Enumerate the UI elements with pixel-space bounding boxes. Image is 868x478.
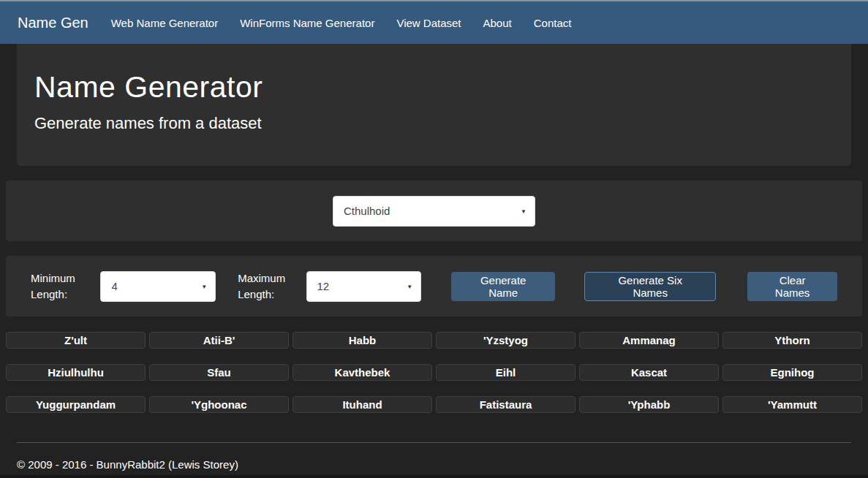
brand-link[interactable]: Name Gen: [18, 15, 88, 31]
dataset-panel: Cthulhoid ▼: [6, 181, 862, 241]
generated-name: Habb: [293, 332, 432, 349]
generated-name: Egnihog: [722, 364, 862, 381]
page-title: Name Generator: [34, 70, 834, 105]
dataset-select[interactable]: Cthulhoid: [333, 196, 535, 227]
dataset-select-wrap: Cthulhoid ▼: [333, 196, 535, 227]
generated-name: Ythorn: [722, 332, 862, 349]
jumbotron: Name Generator Generate names from a dat…: [17, 44, 851, 166]
generated-name: 'Yphabb: [579, 396, 719, 413]
footer-divider: [17, 442, 851, 443]
viewport-bottom-edge: [0, 475, 868, 478]
generate-name-button[interactable]: Generate Name: [451, 272, 555, 301]
clear-names-button[interactable]: Clear Names: [747, 272, 837, 301]
nav-links: Web Name Generator WinForms Name Generat…: [100, 10, 583, 37]
generated-name: Z'ult: [6, 332, 146, 349]
maximum-length-select-wrap: 12 ▼: [306, 271, 422, 302]
minimum-length-select-wrap: 4 ▼: [100, 271, 216, 302]
controls-panel: Minimum Length: 4 ▼ Maximum Length: 12 ▼…: [6, 256, 862, 316]
maximum-length-label: Maximum Length:: [238, 270, 295, 303]
nav-item-web-name-generator[interactable]: Web Name Generator: [100, 10, 229, 37]
generated-name: 'Yzstyog: [436, 332, 575, 349]
footer-copyright: © 2009 - 2016 - BunnyRabbit2 (Lewis Stor…: [17, 458, 851, 471]
nav-item-winforms-name-generator[interactable]: WinForms Name Generator: [229, 10, 385, 37]
nav-item-contact[interactable]: Contact: [523, 10, 583, 37]
generated-name: Atii-B': [149, 332, 289, 349]
generated-name: Ammanag: [579, 332, 719, 349]
page-subtitle: Generate names from a dataset: [34, 114, 834, 133]
generated-name: 'Yammutt: [722, 396, 862, 413]
generated-name: Hziulhulhu: [6, 364, 146, 381]
navbar: Name Gen Web Name Generator WinForms Nam…: [0, 1, 868, 44]
maximum-length-select[interactable]: 12: [306, 271, 422, 302]
nav-item-view-dataset[interactable]: View Dataset: [385, 10, 472, 37]
generated-name: Eihl: [436, 364, 575, 381]
generated-name: Fatistaura: [436, 396, 575, 413]
generate-six-names-button[interactable]: Generate Six Names: [584, 272, 716, 301]
generated-name: Sfau: [149, 364, 289, 381]
minimum-length-label: Minimum Length:: [31, 270, 83, 303]
nav-item-about[interactable]: About: [472, 10, 523, 37]
generated-name: 'Yghoonac: [149, 396, 289, 413]
generated-name: Kavthebek: [293, 364, 432, 381]
generated-name: Kascat: [579, 364, 719, 381]
generated-names-grid: Z'ult Atii-B' Habb 'Yzstyog Ammanag Ytho…: [6, 332, 862, 413]
generated-name: Yuggurpandam: [6, 396, 146, 413]
minimum-length-select[interactable]: 4: [100, 271, 216, 302]
generated-name: Ituhand: [293, 396, 432, 413]
